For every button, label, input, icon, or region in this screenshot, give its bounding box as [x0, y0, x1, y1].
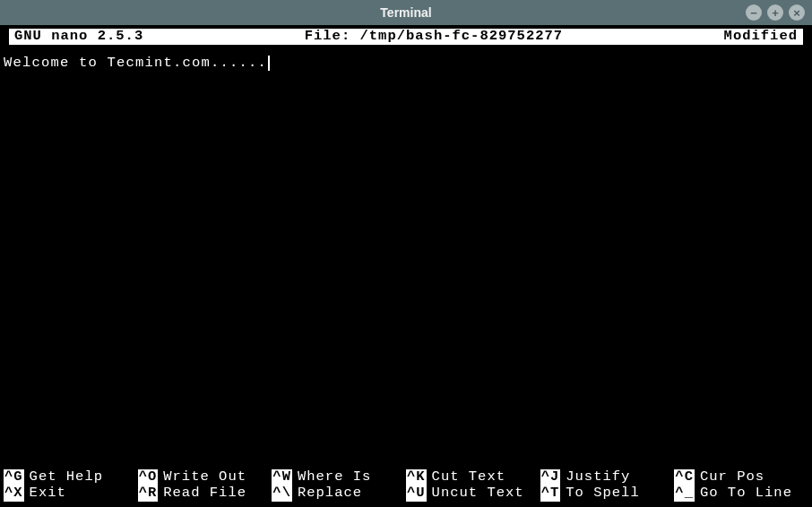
- label-get-help: Get Help: [30, 469, 103, 486]
- text-cursor: [268, 56, 270, 71]
- shortcut-cut-text: ^K Cut Text: [406, 469, 540, 486]
- shortcut-justify: ^J Justify: [540, 469, 675, 486]
- label-where-is: Where Is: [298, 469, 371, 486]
- key-ctrl-j: ^J: [540, 469, 561, 486]
- key-ctrl-w: ^W: [272, 469, 292, 486]
- editor-area[interactable]: Welcome to Tecmint.com......: [4, 45, 808, 470]
- key-ctrl-r: ^R: [138, 486, 159, 502]
- window-controls: − + ×: [746, 4, 805, 21]
- maximize-icon[interactable]: +: [767, 4, 783, 21]
- key-ctrl-x: ^X: [4, 486, 24, 502]
- key-ctrl-k: ^K: [406, 469, 427, 486]
- shortcut-get-help: ^G Get Help: [4, 469, 138, 486]
- label-justify: Justify: [566, 469, 630, 486]
- key-ctrl-u: ^U: [406, 486, 427, 502]
- label-cur-pos: Cur Pos: [700, 469, 764, 486]
- key-ctrl-g: ^G: [4, 469, 24, 486]
- editor-text: Welcome to Tecmint.com......: [4, 55, 267, 71]
- key-ctrl-c: ^C: [674, 469, 695, 486]
- minimize-icon[interactable]: −: [746, 4, 762, 21]
- key-ctrl-t: ^T: [540, 486, 561, 502]
- nano-version: GNU nano 2.5.3: [14, 29, 143, 45]
- label-uncut-text: Uncut Text: [432, 486, 524, 502]
- shortcut-to-spell: ^T To Spell: [540, 486, 675, 502]
- shortcut-go-to-line: ^_ Go To Line: [674, 486, 808, 502]
- label-replace: Replace: [298, 486, 362, 502]
- key-ctrl-o: ^O: [138, 469, 159, 486]
- label-write-out: Write Out: [163, 469, 246, 486]
- window-titlebar: Terminal − + ×: [0, 0, 812, 25]
- shortcut-write-out: ^O Write Out: [138, 469, 272, 486]
- shortcut-uncut-text: ^U Uncut Text: [406, 486, 540, 502]
- label-read-file: Read File: [163, 486, 246, 502]
- close-icon[interactable]: ×: [789, 4, 805, 21]
- key-ctrl-underscore: ^_: [674, 486, 695, 502]
- label-cut-text: Cut Text: [432, 469, 505, 486]
- shortcut-replace: ^\ Replace: [272, 486, 406, 502]
- shortcut-where-is: ^W Where Is: [272, 469, 406, 486]
- shortcut-cur-pos: ^C Cur Pos: [674, 469, 808, 486]
- nano-shortcuts-bar: ^G Get Help ^O Write Out ^W Where Is ^K …: [4, 469, 808, 505]
- terminal-viewport[interactable]: GNU nano 2.5.3 File: /tmp/bash-fc-829752…: [0, 25, 812, 507]
- label-to-spell: To Spell: [566, 486, 639, 502]
- nano-modified-label: Modified: [724, 29, 798, 45]
- shortcut-read-file: ^R Read File: [138, 486, 272, 502]
- label-go-to-line: Go To Line: [700, 486, 792, 502]
- nano-file-label: File: /tmp/bash-fc-829752277: [143, 29, 723, 45]
- label-exit: Exit: [30, 486, 66, 502]
- key-ctrl-backslash: ^\: [272, 486, 292, 502]
- shortcut-exit: ^X Exit: [4, 486, 138, 502]
- window-title: Terminal: [380, 5, 431, 20]
- nano-header-bar: GNU nano 2.5.3 File: /tmp/bash-fc-829752…: [9, 29, 803, 45]
